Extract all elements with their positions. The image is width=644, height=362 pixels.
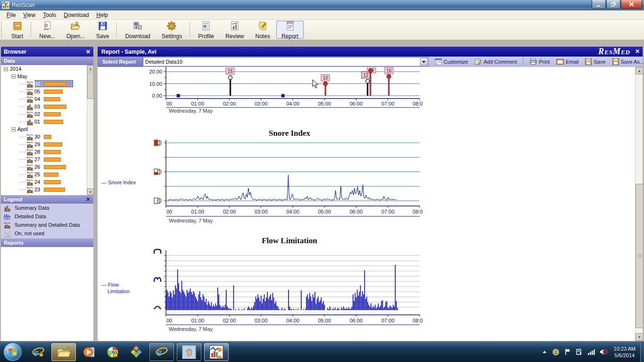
show-desktop-button[interactable]: [640, 342, 644, 362]
event-value-flag: 10: [321, 74, 330, 81]
legend-section-header[interactable]: Legend ✕: [1, 195, 93, 204]
tree-day-item-april-26[interactable]: 26: [1, 163, 87, 171]
tree-day-item-may-06[interactable]: 06: [1, 80, 87, 88]
antivirus-hand-icon[interactable]: [552, 348, 560, 356]
report-scroll-thumb[interactable]: [636, 184, 643, 328]
review-button[interactable]: Review: [220, 21, 249, 39]
hidden-icons-chevron-icon[interactable]: [542, 350, 547, 354]
email-button[interactable]: Email: [553, 58, 582, 66]
taskbar-windows-explorer[interactable]: [51, 343, 76, 361]
report-button[interactable]: Report: [276, 21, 304, 39]
legend-item: Detailed Data: [1, 212, 93, 221]
flow-series-label-2: Limitation: [107, 288, 130, 294]
tree-day-item-april-23[interactable]: 23: [1, 186, 87, 193]
tree-day-item-april-24[interactable]: 24: [1, 178, 87, 186]
tree-node-month-may[interactable]: May: [1, 73, 87, 80]
taskbar-clock[interactable]: 10:23 AM 5/6/2014: [614, 346, 636, 359]
taskbar-internet-explorer[interactable]: e: [28, 343, 49, 361]
save-button[interactable]: Save: [91, 21, 114, 39]
tree-scrollbar[interactable]: ▲ ▼: [87, 65, 93, 195]
menu-view[interactable]: View: [19, 11, 39, 19]
legend-item-label: On, not used: [15, 230, 44, 236]
legend-close-icon[interactable]: ✕: [86, 196, 91, 203]
download-button[interactable]: Download: [120, 21, 155, 39]
tree-day-item-may-05[interactable]: 05: [1, 88, 87, 95]
tree-day-item-may-03[interactable]: 03: [1, 103, 87, 110]
taskbar-media-player[interactable]: [79, 343, 99, 361]
tree-day-item-may-01[interactable]: 01: [1, 118, 87, 125]
taskbar-diamonds-app[interactable]: [126, 343, 147, 361]
tree-node-year[interactable]: 2014: [1, 65, 87, 73]
resmed-logo: ResMed: [598, 47, 630, 57]
save-as-button[interactable]: Save As...: [609, 58, 644, 66]
volume-muted-icon[interactable]: [600, 348, 608, 355]
tree-day-label: 29: [34, 141, 42, 147]
menu-file[interactable]: File: [3, 11, 19, 19]
open-button[interactable]: Open...: [61, 21, 90, 39]
data-section-header[interactable]: Data: [1, 57, 93, 65]
start-button[interactable]: [4, 343, 22, 361]
tree-node-month-april[interactable]: April: [1, 125, 87, 133]
collapse-icon[interactable]: [11, 127, 16, 132]
review-icon: [230, 21, 240, 33]
tree-day-item-april-28[interactable]: 28: [1, 148, 87, 156]
tree-scroll-down-icon[interactable]: ▼: [87, 189, 94, 195]
data-section-title: Data: [4, 58, 15, 64]
dropdown-arrow-icon[interactable]: [420, 58, 428, 66]
legend-item-label: Detailed Data: [15, 214, 46, 219]
report-select-dropdown[interactable]: Detailed Data10: [143, 57, 429, 66]
browser-panel-title: Browser: [4, 49, 26, 55]
profile-button[interactable]: Profile: [193, 21, 219, 39]
action-center-flag-icon[interactable]: [564, 348, 571, 355]
menu-download[interactable]: Download: [60, 11, 92, 19]
toolbar-grip[interactable]: [1, 22, 5, 38]
tree-day-label: 27: [34, 156, 42, 162]
restore-button[interactable]: [606, 0, 620, 9]
menu-help[interactable]: Help: [93, 11, 112, 19]
tree-day-item-april-27[interactable]: 27: [1, 156, 87, 163]
action-label: Save: [594, 59, 605, 65]
internet-explorer-window-icon: e: [155, 346, 168, 359]
network-signal-icon[interactable]: [587, 349, 595, 355]
taskbar-resscan-app[interactable]: [204, 343, 229, 361]
taskbar-internet-explorer-window[interactable]: e: [149, 343, 174, 361]
customize-button[interactable]: Customize: [431, 58, 471, 66]
collapse-icon[interactable]: [4, 67, 8, 71]
notes-button[interactable]: Notes: [250, 21, 275, 39]
tree-day-item-may-04[interactable]: 04: [1, 95, 87, 103]
print-button[interactable]: Print: [526, 58, 553, 66]
taskbar-hand-app[interactable]: [177, 343, 201, 361]
report-scroll-down-icon[interactable]: ▼: [636, 333, 643, 341]
toolbar-button-label: Profile: [198, 33, 214, 40]
tree-day-item-may-02[interactable]: 02: [1, 110, 87, 118]
save-button[interactable]: Save: [582, 58, 609, 66]
report-close-icon[interactable]: ✕: [635, 48, 640, 55]
close-button[interactable]: [621, 0, 642, 9]
action-label: Print: [539, 59, 550, 65]
settings-button[interactable]: Settings: [157, 21, 187, 39]
start-button[interactable]: Start: [6, 21, 28, 39]
taskbar-chrome[interactable]: [102, 343, 123, 361]
browser-close-icon[interactable]: ✕: [86, 49, 91, 55]
x-tick-label: 08:0: [413, 101, 422, 107]
report-scroll-up-icon[interactable]: ▲: [636, 67, 643, 74]
reports-section-header[interactable]: Reports: [1, 239, 93, 247]
tree-day-label: 28: [34, 149, 42, 155]
usage-bar: [44, 150, 61, 154]
report-scrollbar[interactable]: ▲ ▼: [635, 67, 643, 341]
new-button[interactable]: New...: [34, 21, 60, 39]
new-patient-icon: [42, 21, 52, 33]
tree-scroll-up-icon[interactable]: ▲: [87, 65, 94, 72]
tree-day-item-april-30[interactable]: 30: [1, 133, 87, 140]
x-tick-label: 03:00: [255, 209, 268, 214]
report-toolbar: Select Report Detailed Data10 CustomizeA…: [98, 57, 643, 67]
menu-tools[interactable]: Tools: [39, 11, 60, 19]
tree-scroll-thumb[interactable]: [87, 73, 94, 99]
tree-day-item-april-25[interactable]: 25: [1, 171, 87, 178]
minimize-button[interactable]: [592, 0, 606, 9]
safely-remove-device-icon[interactable]: [576, 348, 583, 355]
tree-day-item-april-29[interactable]: 29: [1, 140, 87, 148]
add-comment-button[interactable]: Add Comment: [471, 58, 520, 66]
collapse-icon[interactable]: [11, 74, 16, 79]
legend-section-title: Legend: [4, 197, 22, 202]
